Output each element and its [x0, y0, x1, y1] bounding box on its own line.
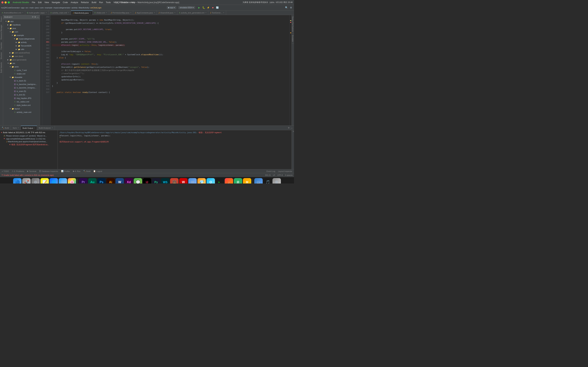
bottom-minimize-icon[interactable]: — [291, 127, 293, 129]
menu-navigate[interactable]: Navigate [52, 1, 60, 4]
tree-java-generated[interactable]: ▶ 📁 java (generated) [3, 58, 40, 61]
dock-premiere[interactable]: Pr [79, 178, 87, 184]
tab-close[interactable]: × [130, 12, 131, 14]
tree-ic-back[interactable]: ▶ 🖼 ic_back (5) [3, 79, 40, 83]
dock-sysprefs[interactable]: ⚙ [31, 178, 40, 184]
tree-utils[interactable]: ▶ 📁 utils [3, 48, 40, 51]
tab-close[interactable]: × [154, 12, 155, 14]
collapse-icon[interactable]: — [37, 16, 39, 18]
window-controls[interactable] [1, 1, 10, 3]
build-analyzer-tab[interactable]: Build Analyzer × [37, 126, 55, 130]
breadcrumb-example[interactable]: example [45, 7, 52, 9]
menu-code[interactable]: Code [63, 1, 68, 4]
tree-activity[interactable]: ▶ 📁 activity [3, 41, 40, 44]
dock-intellij[interactable]: IJ [143, 178, 151, 184]
dock-launchpad[interactable]: 🚀 [22, 178, 31, 184]
tree-java[interactable]: ▼ 📁 java [3, 26, 40, 30]
right-tab-device-file[interactable]: Device File Explorer [292, 15, 294, 33]
tree-style-button[interactable]: ▶ X style_button.xml [3, 103, 40, 107]
tab-close[interactable]: × [206, 12, 207, 14]
code-content[interactable]: 293 294 295 296 297 298 299 300 301 302 … [40, 15, 292, 125]
bottom-settings-icon[interactable]: ⚙ [288, 127, 290, 129]
dock-safari[interactable]: 🌐 [50, 178, 58, 184]
fragment-error-item[interactable]: ✕ 错误: 无法访问Fragment 找不到android.su... [0, 143, 58, 146]
tree-example[interactable]: ▼ 📁 example [3, 33, 40, 37]
gear-icon[interactable]: ⚙ [34, 16, 36, 18]
tab-close[interactable]: × [68, 12, 69, 14]
breadcrumb-app[interactable]: app [21, 7, 24, 9]
menu-refactor[interactable]: Refactor [81, 1, 89, 4]
tree-anim[interactable]: ▼ 📁 anim [3, 65, 40, 68]
tree-cycle7[interactable]: ▶ X cycle_7.xml [3, 68, 40, 72]
tab-textgener[interactable]: J TextGener... × [208, 10, 226, 15]
tab-androidmanifest[interactable]: A AndroidManifest.xml × [0, 10, 25, 15]
tree-rec-radius[interactable]: ▶ X rec_radius.xml [3, 100, 40, 103]
breadcrumb-com[interactable]: com [40, 7, 43, 9]
tree-com-androidtest[interactable]: ▶ 📁 com (androidTest) [3, 51, 40, 55]
dock-bear[interactable]: 🐻 [170, 178, 179, 184]
tab-activitymain[interactable]: A activity_main.xml × [49, 10, 71, 15]
dock-qq[interactable]: Q [207, 178, 215, 184]
run-button[interactable]: ▶ [197, 6, 201, 10]
tree-ic-scan[interactable]: ▶ 🖼 ic_scan (5) [3, 90, 40, 93]
dock-mango[interactable]: M [243, 178, 251, 184]
tab-buildgradle[interactable]: G build.gradle (:app) × [25, 10, 49, 15]
sidebar-buildvariants-label[interactable]: Build Variants [0, 61, 3, 74]
tree-app[interactable]: ▼ 📁 app [3, 20, 40, 23]
tab-appconstants[interactable]: J AppConstants.java × [133, 10, 157, 15]
dock-messages[interactable]: 💬 [134, 178, 142, 184]
build-failed-item[interactable]: ✕ Build: failed at 2021/6/13, 11:48 下午 w… [0, 131, 58, 134]
device-selector[interactable]: emulator-5554 ▾ [178, 6, 195, 9]
breadcrumb-mainactivity[interactable]: MainActivity [79, 7, 89, 9]
close-button[interactable] [1, 1, 3, 3]
dock-notes[interactable]: 📝 [40, 178, 49, 184]
dock-finder2[interactable]: 🗂 [254, 178, 263, 184]
dock-audition[interactable]: Au [88, 178, 97, 184]
settings-button[interactable]: ⚙ [289, 6, 293, 10]
tree-activity-main-xml[interactable]: ▶ X activity_main.xml [3, 110, 40, 114]
tab-shake[interactable]: A shake.xml × [93, 10, 109, 15]
profiler-button[interactable]: 📊 Profiler [60, 169, 71, 173]
dock-photos[interactable]: 🌸 [68, 178, 76, 184]
run-config-selector[interactable]: ▶ app ▾ [167, 6, 176, 9]
todo-button[interactable]: ≡ TODO [1, 169, 10, 173]
search-button[interactable]: 🔍 [285, 6, 288, 10]
breadcrumb-project[interactable]: myQRCodeGenerator [1, 7, 20, 9]
problems-button[interactable]: ⚠ 6: Problems [11, 169, 25, 173]
dock-mail[interactable]: ✉ [188, 178, 197, 184]
sync-button[interactable]: 🔄 [216, 6, 219, 10]
compile-error-item[interactable]: ✕ :app:compileDebugJavaWithJavac 1 e:312… [0, 137, 58, 140]
tree-img-hayden[interactable]: ▶ 🖼 img_hayden.JPG [3, 96, 40, 100]
tree-com[interactable]: ▼ 📁 com [3, 30, 40, 33]
sidebar-resource-label[interactable]: Resource Manager [0, 23, 3, 41]
dock-wps[interactable]: W [179, 178, 188, 184]
tab-close[interactable]: × [22, 12, 23, 14]
dock-xd[interactable]: Xd [125, 178, 133, 184]
dock-photoshop[interactable]: Ps [97, 178, 106, 184]
menu-view[interactable]: View [44, 1, 49, 4]
sidebar-project-label[interactable]: Project [0, 15, 3, 23]
tab-close[interactable]: × [46, 12, 47, 14]
tree-tencentsdk[interactable]: ▶ 📁 TencentSDK [3, 44, 40, 48]
dock-wecom[interactable]: 企 [234, 178, 242, 184]
sidebar-favorites-label[interactable]: Favorites [0, 41, 3, 51]
tree-res[interactable]: ▼ 📁 res [3, 61, 40, 65]
tab-close[interactable]: × [90, 12, 91, 14]
dock-appstore[interactable]: Ⓐ [59, 178, 67, 184]
breadcrumb-src[interactable]: src [26, 7, 28, 9]
terminal-button[interactable]: ▶ Terminal [26, 169, 37, 173]
breadcrumb-main[interactable]: main [30, 7, 34, 9]
tree-manifests[interactable]: ▶ 📁 manifests [3, 23, 40, 26]
dock-finder[interactable]: 🔵 [13, 178, 22, 184]
right-tab-emulator[interactable]: Emulator [292, 33, 294, 43]
tree-ic-launcher-fg[interactable]: ▶ 🖼 ic_launcher_foregrou... [3, 86, 40, 90]
sidebar-structure-label[interactable]: Structure [0, 51, 3, 61]
layout-inspector-button[interactable]: Layout Inspector [277, 169, 293, 173]
menu-tools[interactable]: Tools [106, 1, 111, 4]
minimize-button[interactable] [5, 1, 7, 3]
build-tab[interactable]: 🔨 Build [0, 126, 11, 130]
breadcrumb-method[interactable]: onClickLogin [90, 7, 102, 9]
build-button[interactable]: 🔨 Build [83, 169, 91, 173]
menu-build[interactable]: Build [92, 1, 96, 4]
event-log-button[interactable]: Event Log [266, 169, 276, 173]
